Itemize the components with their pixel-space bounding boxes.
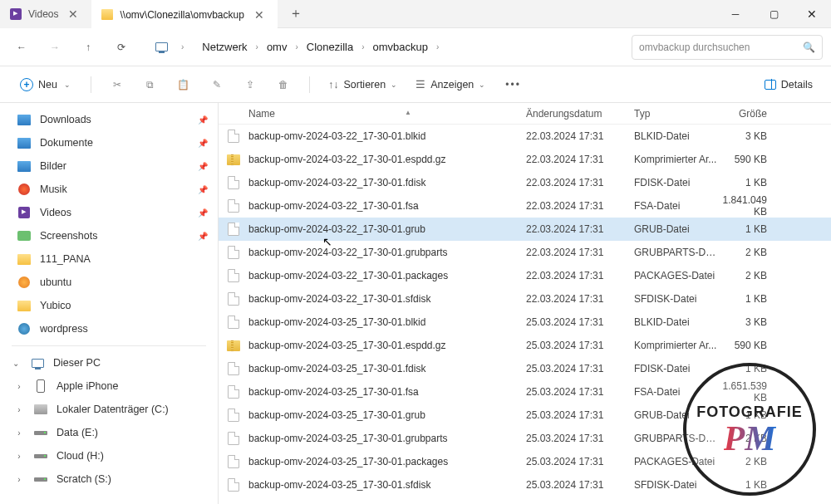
chevron-right-icon: › — [13, 428, 25, 438]
refresh-button[interactable]: ⟳ — [108, 34, 135, 61]
tab[interactable]: \\omv\Clonezilla\omvbackup ✕ — [91, 0, 277, 28]
sidebar-drive-item[interactable]: › Data (E:) — [5, 421, 218, 444]
toolbar: + Neu ⌄ ✂ ⧉ 📋 ✎ ⇪ 🗑 ↑↓ Sortieren ⌄ ☰ Anz… — [0, 66, 831, 103]
sidebar-item-label: Dieser PC — [53, 357, 211, 369]
breadcrumb-item[interactable]: Clonezilla — [302, 37, 358, 56]
sidebar-item[interactable]: Videos 📌 — [0, 201, 218, 224]
column-type[interactable]: Typ — [634, 108, 720, 120]
chevron-right-icon: › — [13, 452, 25, 461]
sidebar-item[interactable]: Bilder 📌 — [0, 154, 218, 178]
sidebar-item-label: ubuntu — [40, 276, 211, 288]
drivec-icon — [33, 402, 48, 417]
file-row[interactable]: backup-omv-2024-03-25_17-30-01.grubparts… — [219, 427, 831, 450]
up-button[interactable]: ↑ — [75, 34, 101, 61]
minimize-button[interactable]: ─ — [716, 0, 755, 28]
close-tab-button[interactable]: ✕ — [251, 8, 268, 22]
back-button[interactable]: ← — [8, 34, 35, 61]
close-tab-button[interactable]: ✕ — [65, 7, 81, 21]
view-button[interactable]: ☰ Anzeigen ⌄ — [409, 75, 492, 94]
file-type: GRUB-Datei — [634, 409, 720, 421]
file-name: backup-omv-2024-03-25_17-30-01.blkid — [248, 316, 526, 328]
search-input[interactable]: omvbackup durchsuchen 🔍 — [632, 35, 823, 60]
details-pane-button[interactable]: Details — [758, 76, 819, 94]
file-row[interactable]: backup-omv-2024-03-25_17-30-01.fsa 25.03… — [219, 380, 831, 404]
file-row[interactable]: backup-omv-2024-03-25_17-30-01.espdd.gz … — [219, 334, 831, 357]
sidebar-item[interactable]: ubuntu — [0, 271, 218, 294]
file-size: 2 KB — [720, 456, 774, 467]
pin-icon: 📌 — [198, 232, 211, 241]
maximize-button[interactable]: ▢ — [755, 0, 793, 28]
breadcrumb-item[interactable]: Netzwerk — [197, 37, 252, 56]
blue-icon — [17, 321, 32, 336]
column-date[interactable]: Änderungsdatum — [526, 108, 634, 120]
file-row[interactable]: backup-omv-2024-03-22_17-30-01.blkid 22.… — [219, 125, 831, 148]
rename-button[interactable]: ✎ — [203, 71, 231, 99]
file-size: 590 KB — [720, 340, 774, 351]
file-row[interactable]: backup-omv-2024-03-22_17-30-01.fsa 22.03… — [219, 194, 831, 218]
file-type: FDISK-Datei — [634, 363, 720, 374]
file-row[interactable]: backup-omv-2024-03-22_17-30-01.espdd.gz … — [219, 148, 831, 171]
sidebar-this-pc[interactable]: ⌄ Dieser PC — [5, 351, 218, 374]
breadcrumb-item[interactable]: omvbackup — [368, 37, 433, 56]
sort-button[interactable]: ↑↓ Sortieren ⌄ — [322, 76, 404, 94]
file-name: backup-omv-2024-03-25_17-30-01.sfdisk — [248, 479, 526, 491]
sidebar-item-label: Lokaler Datenträger (C:) — [57, 404, 211, 415]
file-row[interactable]: backup-omv-2024-03-22_17-30-01.grubparts… — [219, 241, 831, 264]
sidebar-drive-item[interactable]: › Lokaler Datenträger (C:) — [5, 398, 218, 421]
sidebar-item[interactable]: Dokumente 📌 — [0, 131, 218, 154]
delete-button[interactable]: 🗑 — [269, 71, 297, 99]
sidebar-item-label: Dokumente — [40, 137, 189, 149]
sidebar-item[interactable]: Downloads 📌 — [0, 108, 218, 131]
file-row[interactable]: backup-omv-2024-03-25_17-30-01.fdisk 25.… — [219, 357, 831, 380]
music-icon — [17, 182, 32, 197]
file-type: FDISK-Datei — [634, 177, 720, 188]
forward-button[interactable]: → — [42, 34, 68, 61]
file-row[interactable]: backup-omv-2024-03-25_17-30-01.sfdisk 25… — [219, 473, 831, 497]
pc-root-icon[interactable] — [148, 34, 175, 61]
breadcrumb-item[interactable]: omv — [262, 37, 293, 56]
orange-icon — [17, 275, 32, 290]
file-row[interactable]: backup-omv-2024-03-22_17-30-01.grub 22.0… — [219, 218, 831, 241]
cut-button[interactable]: ✂ — [103, 71, 131, 99]
copy-button[interactable]: ⧉ — [136, 71, 165, 99]
file-date: 25.03.2024 17:31 — [526, 479, 634, 491]
sidebar-item[interactable]: Yubico — [0, 294, 218, 317]
breadcrumb: Netzwerk›omv›Clonezilla›omvbackup› — [190, 37, 625, 56]
tab[interactable]: Videos ✕ — [0, 0, 91, 28]
file-icon — [219, 269, 248, 282]
file-row[interactable]: backup-omv-2024-03-25_17-30-01.grub 25.0… — [219, 404, 831, 427]
sidebar-drive-item[interactable]: › Scratch (S:) — [5, 467, 218, 491]
close-button[interactable]: ✕ — [793, 0, 831, 28]
new-button[interactable]: + Neu ⌄ — [12, 75, 79, 95]
sidebar-item[interactable]: Musik 📌 — [0, 178, 218, 201]
file-date: 25.03.2024 17:31 — [526, 340, 634, 351]
new-label: Neu — [38, 79, 57, 91]
paste-button[interactable]: 📋 — [170, 71, 198, 99]
share-button[interactable]: ⇪ — [236, 71, 264, 99]
file-size: 3 KB — [720, 316, 774, 328]
more-button[interactable]: ••• — [497, 79, 529, 91]
sidebar-drive-item[interactable]: › Cloud (H:) — [5, 444, 218, 467]
file-row[interactable]: backup-omv-2024-03-22_17-30-01.fdisk 22.… — [219, 171, 831, 194]
sidebar-item-label: Screenshots — [40, 230, 189, 242]
file-name: backup-omv-2024-03-22_17-30-01.sfdisk — [248, 293, 526, 305]
sidebar-item[interactable]: wordpress — [0, 317, 218, 340]
sidebar-item[interactable]: 111_PANA — [0, 247, 218, 271]
new-tab-button[interactable]: ＋ — [278, 5, 314, 22]
column-name[interactable]: Name ▲ — [219, 108, 526, 120]
column-headers: Name ▲ Änderungsdatum Typ Größe — [219, 103, 831, 125]
sidebar-drive-item[interactable]: › Apple iPhone — [5, 374, 218, 398]
sidebar-item[interactable]: Screenshots 📌 — [0, 224, 218, 247]
column-size[interactable]: Größe — [720, 108, 774, 120]
file-size: 1 KB — [720, 479, 774, 491]
file-row[interactable]: backup-omv-2024-03-25_17-30-01.packages … — [219, 450, 831, 473]
phone-icon — [33, 379, 48, 394]
file-row[interactable]: backup-omv-2024-03-22_17-30-01.sfdisk 22… — [219, 287, 831, 311]
file-icon — [219, 292, 248, 306]
sidebar-item-label: Bilder — [40, 160, 189, 172]
file-size: 1 KB — [720, 177, 774, 188]
file-icon — [219, 316, 248, 329]
file-type: PACKAGES-Datei — [634, 456, 720, 467]
file-row[interactable]: backup-omv-2024-03-22_17-30-01.packages … — [219, 264, 831, 287]
file-row[interactable]: backup-omv-2024-03-25_17-30-01.blkid 25.… — [219, 311, 831, 334]
